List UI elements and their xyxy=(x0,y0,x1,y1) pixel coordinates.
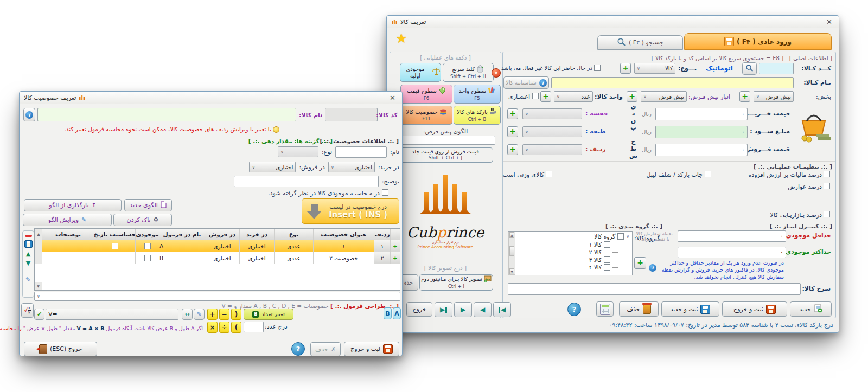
letter-a-button[interactable]: A xyxy=(393,307,401,319)
collapse-icon[interactable]: ∨ xyxy=(626,234,629,239)
table-scrollbar-bottom[interactable]: ▼ xyxy=(35,282,42,290)
insert-number-input[interactable] xyxy=(244,322,264,332)
op-minus-button[interactable]: − xyxy=(219,309,229,320)
add-shelf-button[interactable]: + xyxy=(507,108,518,119)
buy-price-input[interactable]: ۰ xyxy=(655,108,748,120)
tree-item-checkbox[interactable] xyxy=(604,249,610,255)
profit-input[interactable]: ۰ xyxy=(655,126,748,138)
tree-item-partial[interactable] xyxy=(604,272,618,275)
close-icon[interactable]: ✕ xyxy=(387,94,398,102)
info-button[interactable]: i xyxy=(23,108,35,121)
max-stock-input[interactable]: ۰ xyxy=(678,247,786,258)
col-header[interactable]: حساسیت تاریخ xyxy=(94,229,135,240)
section-combo[interactable]: پیش فرض∨ xyxy=(754,91,794,102)
code-input[interactable] xyxy=(759,63,794,74)
window-titlebar[interactable]: تعریف کالا ✕ xyxy=(387,16,839,28)
code-search-button[interactable] xyxy=(742,62,757,75)
tree-item-checkbox[interactable] xyxy=(604,272,610,275)
exit-button[interactable]: خروج xyxy=(406,302,432,317)
delete-button[interactable]: حذف xyxy=(619,301,659,317)
product-name-input[interactable] xyxy=(37,108,296,121)
edit-formula-button[interactable]: ✎ xyxy=(194,309,205,320)
product-property-button[interactable]: خصوصیت کالا F11 xyxy=(400,106,452,125)
unit-levels-button[interactable]: سطوح واحد F5 xyxy=(454,85,501,104)
table-scrollbar[interactable] xyxy=(35,252,42,264)
window-titlebar[interactable]: تعریف خصوصیت کالا ✕ xyxy=(20,92,402,104)
close-panel-button[interactable]: ✕ xyxy=(492,68,501,78)
formula-input[interactable]: V= xyxy=(46,309,178,320)
price-levels-button[interactable]: سطوح قیمت F6 xyxy=(400,85,452,104)
add-unit-button[interactable]: + xyxy=(540,91,551,102)
stock-calc-checkbox[interactable] xyxy=(382,189,388,196)
apply-formula-button[interactable]: ✔ xyxy=(34,309,44,320)
default-template-combo[interactable]: ∨ xyxy=(392,136,495,145)
tree-item-checkbox[interactable] xyxy=(604,264,610,271)
move-up-icon[interactable]: ▲ xyxy=(26,251,30,257)
properties-table[interactable]: ردیف عنوان خصوصیت نوع در خرید در فروش نا… xyxy=(34,228,400,291)
save-row-icon[interactable] xyxy=(24,240,33,248)
op-multiply-button[interactable]: × xyxy=(207,322,218,333)
exit-button[interactable]: خروج (ESC) xyxy=(24,342,97,356)
in-sell-combo[interactable]: اختیاری∨ xyxy=(249,162,296,172)
scrollbar-thumb[interactable] xyxy=(509,246,514,256)
row-combo[interactable]: ∨ xyxy=(522,144,582,155)
product-name-input[interactable] xyxy=(551,77,794,88)
new-template-button[interactable]: الگوی جدید xyxy=(124,199,172,211)
barcode-print-checkbox[interactable] xyxy=(705,171,711,177)
tree-item[interactable]: کالا ۳ xyxy=(589,256,618,263)
add-warehouse-button[interactable]: + xyxy=(627,91,637,102)
new-button[interactable]: جدید xyxy=(790,301,832,317)
close-icon[interactable]: ✕ xyxy=(824,18,834,26)
type-combo[interactable]: کالا ∨ xyxy=(634,63,675,74)
op-divide-button[interactable]: ÷ xyxy=(219,322,229,333)
delete-button[interactable]: ✗ حذف xyxy=(310,342,341,356)
tree-item[interactable]: کالا ۲ xyxy=(589,249,618,255)
product-group-tree[interactable]: ▲ ▼ ∨ گروه کالا کالا ۱ کالا ۲ کالا ۳ xyxy=(508,231,633,275)
tree-root-checkbox[interactable] xyxy=(617,233,624,240)
clear-button[interactable]: ♻ پاک کردن xyxy=(113,214,172,226)
table-scrollbar[interactable] xyxy=(35,240,42,252)
cover-price-button[interactable]: قیمت فروش از روی قیمت جلد Shift + Ctrl +… xyxy=(398,147,493,163)
col-header[interactable]: عنوان خصوصیت xyxy=(313,229,374,240)
nav-first-button[interactable]: ◀ xyxy=(493,302,511,317)
stock-checkbox[interactable] xyxy=(144,243,151,249)
tab-search[interactable]: جستجو ( F۳ ) xyxy=(597,35,683,50)
add-row-button[interactable]: + xyxy=(507,144,518,155)
save-exit-button[interactable]: ثبت و خروج xyxy=(722,301,787,317)
tab-normal-entry[interactable]: ورود عادی ( F۴ ) xyxy=(684,33,832,50)
min-stock-input[interactable]: ۰ xyxy=(678,230,786,242)
insert-property-button[interactable]: درج خصوصیت در لیست Insert ( INS ) xyxy=(302,198,399,224)
warehouse-combo[interactable]: پیش فرض∨ xyxy=(641,91,687,102)
add-group-button[interactable]: + xyxy=(634,257,646,269)
table-row[interactable]: + ۲ خصوصیت ۲ عددی اختیاری اختیاری B xyxy=(35,252,400,264)
nav-next-button[interactable]: ▶ xyxy=(454,302,472,317)
add-section-button[interactable]: + xyxy=(739,91,750,102)
col-header[interactable]: موجودی xyxy=(135,229,159,240)
product-idcard-button[interactable]: i شناسنامه کالا xyxy=(503,76,549,89)
col-header[interactable]: در فروش xyxy=(205,229,239,240)
tree-item-checkbox[interactable] xyxy=(604,241,610,248)
scroll-up-icon[interactable]: ▲ xyxy=(509,232,514,238)
swap-button[interactable]: ↔ xyxy=(182,309,193,320)
weighted-checkbox[interactable] xyxy=(546,171,552,177)
op-open-paren-button[interactable]: ( xyxy=(231,309,241,320)
marketing-checkbox[interactable] xyxy=(824,211,830,217)
unit-combo[interactable]: عدد∨ xyxy=(554,91,593,102)
help-button[interactable]: ? xyxy=(291,342,305,356)
date-sensitive-checkbox[interactable] xyxy=(112,255,118,261)
op-close-paren-button[interactable]: ) xyxy=(231,322,241,333)
floor-combo[interactable]: ∨ xyxy=(522,126,582,137)
decimal-checkbox[interactable] xyxy=(532,93,539,99)
col-header[interactable]: در خرید xyxy=(239,229,274,240)
comment-input[interactable] xyxy=(234,176,379,187)
description-input[interactable] xyxy=(508,283,801,295)
second-monitor-image-button[interactable]: تصویر کالا بـرای مـانیتور دوم Ctrl + I xyxy=(419,274,493,291)
op-plus-button[interactable]: + xyxy=(207,309,218,320)
vat-checkbox[interactable] xyxy=(824,171,830,177)
tree-scrollbar[interactable]: ▲ ▼ xyxy=(508,232,515,275)
letter-b-button[interactable]: B xyxy=(384,307,392,319)
nav-last-button[interactable]: ▶ xyxy=(435,302,452,317)
save-exit-button[interactable]: ثبت و خروج xyxy=(344,342,399,356)
col-header[interactable]: ردیف xyxy=(374,229,390,240)
tree-root-item[interactable]: ∨ گروه کالا xyxy=(594,233,629,240)
